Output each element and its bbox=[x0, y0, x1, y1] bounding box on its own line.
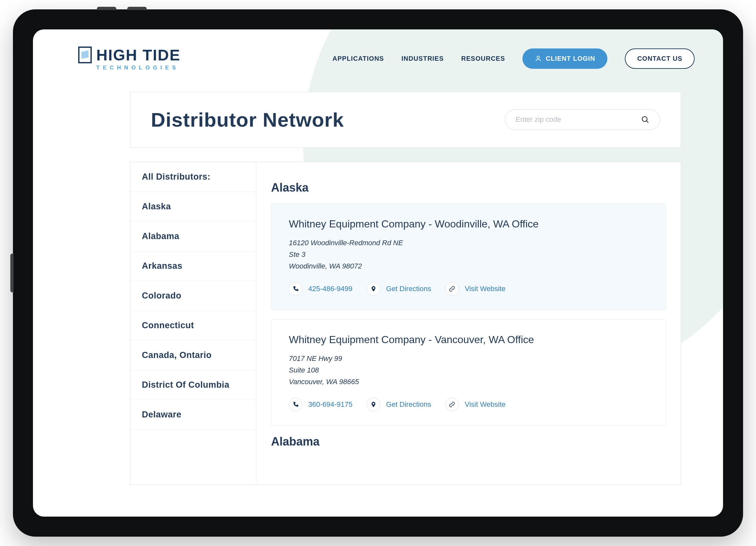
sidebar-item[interactable]: All Distributors: bbox=[130, 162, 256, 192]
map-pin-icon bbox=[367, 282, 380, 296]
logo-icon bbox=[78, 47, 92, 63]
nav-applications[interactable]: APPLICATIONS bbox=[332, 55, 384, 62]
svg-line-2 bbox=[646, 121, 648, 123]
link-icon bbox=[445, 282, 459, 296]
brand-tagline: TECHNOLOGIES bbox=[96, 65, 181, 71]
distributor-card[interactable]: Whitney Equipment Company - Vancouver, W… bbox=[271, 319, 666, 426]
svg-point-0 bbox=[537, 56, 540, 58]
distributor-actions: 425-486-9499Get DirectionsVisit Website bbox=[289, 282, 648, 296]
client-login-button[interactable]: CLIENT LOGIN bbox=[522, 48, 607, 69]
brand-name: HIGH TIDE bbox=[96, 46, 181, 64]
distributor-actions: 360-694-9175Get DirectionsVisit Website bbox=[289, 398, 648, 411]
directions-link[interactable]: Get Directions bbox=[367, 398, 431, 411]
distributor-card[interactable]: Whitney Equipment Company - Woodinville,… bbox=[271, 204, 666, 310]
search-icon[interactable] bbox=[641, 115, 649, 124]
phone-link[interactable]: 360-694-9175 bbox=[289, 398, 352, 411]
zip-search[interactable] bbox=[505, 109, 660, 130]
main-panel: All Distributors:AlaskaAlabamaArkansasCo… bbox=[130, 162, 681, 485]
user-icon bbox=[535, 55, 542, 62]
state-sidebar[interactable]: All Distributors:AlaskaAlabamaArkansasCo… bbox=[130, 162, 256, 485]
sidebar-item[interactable]: District Of Columbia bbox=[130, 370, 256, 400]
distributor-name: Whitney Equipment Company - Woodinville,… bbox=[289, 218, 648, 230]
zip-search-input[interactable] bbox=[516, 115, 635, 124]
distributor-address: 7017 NE Hwy 99Suite 108Vancouver, WA 986… bbox=[289, 353, 648, 388]
nav-resources[interactable]: RESOURCES bbox=[461, 55, 505, 62]
website-link[interactable]: Visit Website bbox=[445, 282, 505, 296]
sidebar-item[interactable]: Alabama bbox=[130, 222, 256, 251]
title-card: Distributor Network bbox=[130, 92, 681, 148]
sidebar-item[interactable]: Canada, Ontario bbox=[130, 341, 256, 370]
phone-link[interactable]: 425-486-9499 bbox=[289, 282, 352, 296]
contact-us-button[interactable]: CONTACT US bbox=[625, 48, 695, 69]
nav-links: APPLICATIONS INDUSTRIES RESOURCES CLIENT… bbox=[332, 48, 695, 69]
sidebar-item[interactable]: Colorado bbox=[130, 281, 256, 311]
tablet-hardware-buttons bbox=[97, 7, 147, 10]
top-nav: HIGH TIDE TECHNOLOGIES APPLICATIONS INDU… bbox=[33, 29, 723, 71]
sidebar-item[interactable]: Delaware bbox=[130, 400, 256, 430]
phone-icon bbox=[289, 398, 302, 411]
results-panel: AlaskaWhitney Equipment Company - Woodin… bbox=[256, 162, 681, 485]
brand-logo[interactable]: HIGH TIDE TECHNOLOGIES bbox=[78, 46, 181, 71]
phone-icon bbox=[289, 282, 302, 296]
svg-point-1 bbox=[642, 117, 647, 121]
client-login-label: CLIENT LOGIN bbox=[546, 55, 595, 62]
map-pin-icon bbox=[367, 398, 380, 411]
contact-us-label: CONTACT US bbox=[637, 55, 682, 62]
sidebar-item[interactable]: Alaska bbox=[130, 192, 256, 222]
distributor-address: 16120 Woodinville-Redmond Rd NESte 3Wood… bbox=[289, 237, 648, 272]
link-icon bbox=[445, 398, 459, 411]
tablet-frame: HIGH TIDE TECHNOLOGIES APPLICATIONS INDU… bbox=[13, 9, 743, 537]
page-title: Distributor Network bbox=[151, 108, 344, 131]
website-link[interactable]: Visit Website bbox=[445, 398, 505, 411]
nav-industries[interactable]: INDUSTRIES bbox=[401, 55, 444, 62]
screen: HIGH TIDE TECHNOLOGIES APPLICATIONS INDU… bbox=[33, 29, 723, 517]
state-heading: Alaska bbox=[271, 181, 666, 194]
sidebar-item[interactable]: Arkansas bbox=[130, 251, 256, 281]
state-heading: Alabama bbox=[271, 435, 666, 448]
sidebar-item[interactable]: Connecticut bbox=[130, 311, 256, 341]
directions-link[interactable]: Get Directions bbox=[367, 282, 431, 296]
distributor-name: Whitney Equipment Company - Vancouver, W… bbox=[289, 334, 648, 346]
